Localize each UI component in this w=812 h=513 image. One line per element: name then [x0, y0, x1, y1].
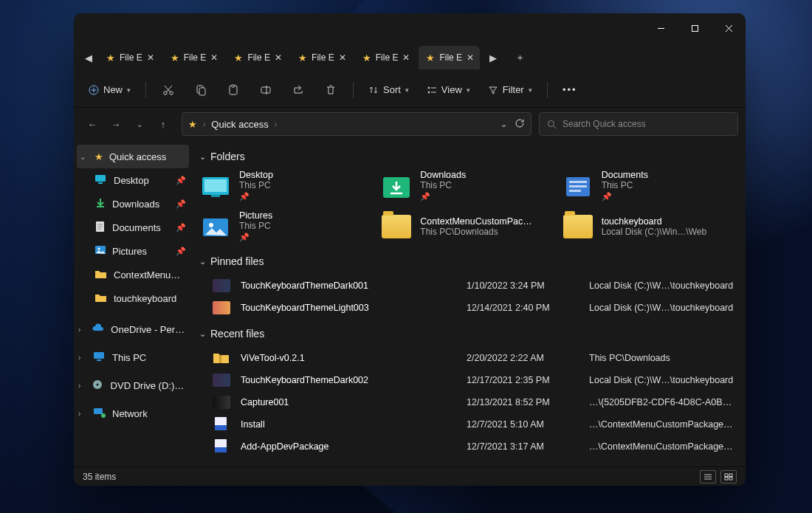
share-button[interactable] — [283, 78, 313, 103]
thispc-icon — [93, 351, 106, 364]
close-button[interactable] — [712, 13, 746, 43]
plus-circle-icon — [89, 85, 99, 95]
copy-button[interactable] — [186, 78, 216, 103]
file-row[interactable]: ViVeTool-v0.2.1 2/20/2022 2:22 AM This P… — [199, 347, 735, 369]
address-bar[interactable]: ★ › Quick access › ⌄ — [182, 112, 531, 136]
sidebar-item-label: ContextMenuCust — [114, 269, 186, 280]
new-button[interactable]: New ▾ — [81, 78, 138, 103]
file-row[interactable]: Install 12/7/2021 5:10 AM …\ContextMenuC… — [199, 413, 735, 435]
more-button[interactable]: ••• — [555, 78, 585, 103]
delete-button[interactable] — [316, 78, 345, 103]
navigation-pane: ⌄ ★ Quick access Desktop 📌 Downloads 📌 D… — [74, 140, 192, 466]
svg-rect-40 — [211, 195, 220, 197]
maximize-button[interactable] — [678, 13, 712, 43]
tab-scroll-right[interactable]: ▶ — [483, 47, 503, 68]
up-button[interactable]: ↑ — [152, 113, 174, 135]
tab[interactable]: ★ File E ✕ — [419, 46, 480, 69]
star-icon: ★ — [298, 52, 307, 63]
rename-button[interactable] — [251, 78, 281, 103]
sort-button[interactable]: Sort ▾ — [361, 78, 416, 103]
folder-location: This PC\Downloads — [420, 227, 531, 237]
svg-rect-60 — [729, 477, 732, 480]
sidebar-item[interactable]: Pictures 📌 — [74, 239, 192, 263]
tab[interactable]: ★ File E ✕ — [99, 46, 160, 69]
recent-locations-button[interactable]: ⌄ — [128, 113, 151, 135]
sidebar-item-label: This PC — [112, 352, 146, 363]
sidebar-item[interactable]: › Network — [74, 402, 192, 425]
chevron-down-icon: ▾ — [467, 86, 470, 94]
sidebar-item[interactable]: › OneDrive - Personal — [74, 317, 192, 341]
minimize-button[interactable] — [644, 13, 678, 43]
group-header-recent[interactable]: ⌄ Recent files — [199, 328, 735, 340]
tab[interactable]: ★ File E ✕ — [291, 46, 352, 69]
file-row[interactable]: Capture001 12/13/2021 8:52 PM …\{5205DFB… — [199, 391, 735, 413]
chevron-down-icon[interactable]: ⌄ — [500, 120, 507, 129]
file-row[interactable]: TouchKeyboardThemeLight003 12/14/2021 2:… — [199, 297, 735, 319]
file-name: ViVeTool-v0.2.1 — [241, 353, 462, 363]
ellipsis-icon: ••• — [562, 84, 577, 95]
folder-name: touchkeyboard — [602, 216, 706, 227]
group-label: Folders — [210, 151, 245, 162]
breadcrumb-location[interactable]: Quick access — [211, 119, 268, 130]
svg-point-21 — [548, 120, 554, 126]
sidebar-item[interactable]: › This PC — [74, 345, 192, 369]
back-button[interactable]: ← — [81, 113, 103, 135]
tab-close-button[interactable]: ✕ — [339, 52, 346, 63]
folder-tile[interactable]: Desktop This PC 📌 — [199, 170, 373, 202]
refresh-button[interactable] — [515, 118, 525, 131]
folder-location: This PC — [420, 180, 466, 190]
tab[interactable]: ★ File E ✕ — [355, 46, 416, 69]
sidebar-item[interactable]: Desktop 📌 — [74, 168, 192, 192]
file-row[interactable]: TouchKeyboardThemeDark002 12/17/2021 2:3… — [199, 369, 735, 391]
forward-button[interactable]: → — [105, 113, 127, 135]
svg-rect-12 — [199, 88, 205, 95]
details-view-toggle[interactable] — [700, 470, 716, 483]
folder-tile[interactable]: Downloads This PC 📌 — [380, 170, 554, 202]
search-icon — [547, 120, 557, 129]
star-icon: ★ — [94, 151, 103, 162]
search-input[interactable] — [562, 119, 730, 129]
file-row[interactable]: TouchKeyboardThemeDark001 1/10/2022 3:24… — [199, 275, 735, 297]
filter-button[interactable]: Filter ▾ — [481, 78, 540, 103]
sidebar-item[interactable]: Downloads 📌 — [74, 192, 192, 216]
tab[interactable]: ★ File E ✕ — [227, 46, 288, 69]
file-name: TouchKeyboardThemeLight003 — [241, 303, 462, 313]
folder-tile[interactable]: Pictures This PC 📌 — [199, 210, 373, 242]
paste-button[interactable] — [219, 78, 248, 103]
folder-tile[interactable]: Documents This PC 📌 — [562, 170, 735, 202]
tab-close-button[interactable]: ✕ — [210, 52, 218, 63]
sidebar-item[interactable]: › DVD Drive (D:) CCCC — [74, 373, 192, 397]
star-icon: ★ — [188, 119, 197, 130]
folder-tile[interactable]: ContextMenuCustomPac… This PC\Downloads — [380, 210, 554, 242]
new-tab-button[interactable]: ＋ — [508, 47, 531, 68]
sidebar-item[interactable]: Documents 📌 — [74, 216, 192, 239]
sidebar-item-quick-access[interactable]: ⌄ ★ Quick access — [77, 145, 189, 168]
svg-point-48 — [209, 223, 213, 227]
search-box[interactable] — [539, 112, 738, 136]
view-button[interactable]: View ▾ — [419, 78, 478, 103]
chevron-right-icon: › — [78, 382, 86, 390]
folder-name: Downloads — [420, 170, 466, 180]
sidebar-item[interactable]: ContextMenuCust — [74, 263, 192, 286]
pin-icon: 📌 — [176, 247, 186, 256]
onedrive-icon — [92, 323, 105, 336]
group-header-folders[interactable]: ⌄ Folders — [199, 151, 735, 162]
chevron-down-icon: ⌄ — [199, 329, 206, 339]
folder-name: Documents — [602, 170, 648, 180]
file-row[interactable]: Add-AppDevPackage 12/7/2021 3:17 AM …\Co… — [199, 435, 735, 458]
svg-rect-44 — [569, 181, 587, 183]
tab-close-button[interactable]: ✕ — [275, 52, 282, 63]
cut-button[interactable] — [154, 78, 183, 103]
tab[interactable]: ★ File E ✕ — [163, 46, 224, 69]
sidebar-item[interactable]: touchkeyboard — [74, 286, 192, 310]
pin-icon: 📌 — [176, 176, 186, 185]
downloads-icon — [94, 197, 106, 211]
tab-close-button[interactable]: ✕ — [147, 52, 154, 63]
tab-close-button[interactable]: ✕ — [402, 52, 410, 63]
tab-scroll-left[interactable]: ◀ — [78, 47, 99, 68]
thumbnails-view-toggle[interactable] — [720, 470, 737, 483]
folder-tile[interactable]: touchkeyboard Local Disk (C:)\Win…\Web — [562, 210, 735, 242]
chevron-right-icon: › — [78, 354, 87, 362]
group-header-pinned[interactable]: ⌄ Pinned files — [199, 255, 735, 267]
tab-close-button[interactable]: ✕ — [467, 52, 474, 63]
